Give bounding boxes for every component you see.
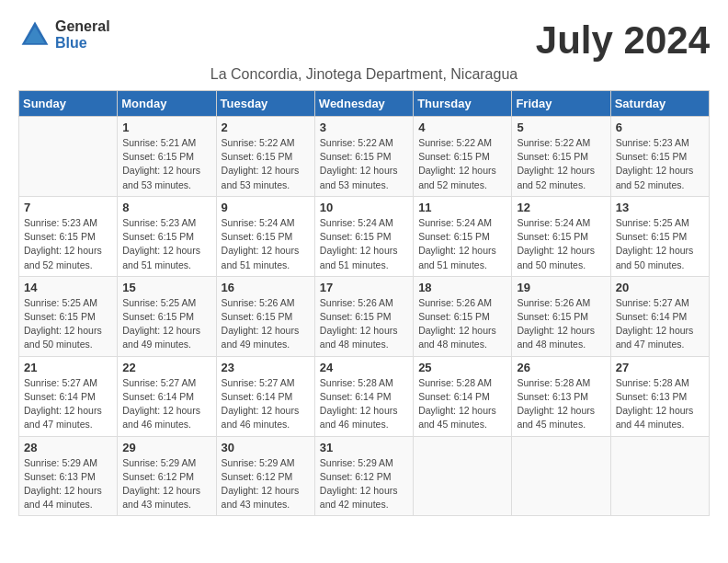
day-number: 21 <box>24 361 112 374</box>
day-number: 6 <box>616 121 704 134</box>
day-number: 18 <box>418 281 506 294</box>
calendar-cell: 9Sunrise: 5:24 AM Sunset: 6:15 PM Daylig… <box>216 196 314 276</box>
weekday-header-sunday: Sunday <box>19 91 118 117</box>
weekday-header-saturday: Saturday <box>610 91 709 117</box>
day-info: Sunrise: 5:22 AM Sunset: 6:15 PM Dayligh… <box>517 136 605 192</box>
weekday-header-friday: Friday <box>512 91 610 117</box>
day-info: Sunrise: 5:29 AM Sunset: 6:12 PM Dayligh… <box>122 456 210 512</box>
calendar-cell: 19Sunrise: 5:26 AM Sunset: 6:15 PM Dayli… <box>512 276 610 356</box>
calendar-cell <box>414 436 512 516</box>
calendar-cell: 1Sunrise: 5:21 AM Sunset: 6:15 PM Daylig… <box>118 117 216 197</box>
day-number: 23 <box>222 361 310 374</box>
calendar-cell: 13Sunrise: 5:25 AM Sunset: 6:15 PM Dayli… <box>610 196 709 276</box>
calendar-cell: 18Sunrise: 5:26 AM Sunset: 6:15 PM Dayli… <box>414 276 512 356</box>
day-number: 30 <box>222 441 310 454</box>
calendar-cell: 6Sunrise: 5:23 AM Sunset: 6:15 PM Daylig… <box>610 117 709 197</box>
month-year-title: July 2024 <box>536 18 710 63</box>
day-number: 26 <box>517 361 605 374</box>
day-number: 4 <box>418 121 506 134</box>
day-info: Sunrise: 5:24 AM Sunset: 6:15 PM Dayligh… <box>222 216 310 272</box>
day-info: Sunrise: 5:27 AM Sunset: 6:14 PM Dayligh… <box>24 376 112 432</box>
day-info: Sunrise: 5:26 AM Sunset: 6:15 PM Dayligh… <box>517 296 605 352</box>
calendar-week-row: 21Sunrise: 5:27 AM Sunset: 6:14 PM Dayli… <box>19 356 710 436</box>
calendar-cell: 22Sunrise: 5:27 AM Sunset: 6:14 PM Dayli… <box>118 356 216 436</box>
day-number: 28 <box>24 441 112 454</box>
calendar-cell <box>512 436 610 516</box>
day-number: 27 <box>616 361 704 374</box>
calendar-cell: 10Sunrise: 5:24 AM Sunset: 6:15 PM Dayli… <box>314 196 413 276</box>
day-info: Sunrise: 5:29 AM Sunset: 6:12 PM Dayligh… <box>222 456 310 512</box>
calendar-week-row: 14Sunrise: 5:25 AM Sunset: 6:15 PM Dayli… <box>19 276 710 356</box>
day-info: Sunrise: 5:27 AM Sunset: 6:14 PM Dayligh… <box>122 376 210 432</box>
calendar-cell: 4Sunrise: 5:22 AM Sunset: 6:15 PM Daylig… <box>414 117 512 197</box>
day-info: Sunrise: 5:24 AM Sunset: 6:15 PM Dayligh… <box>418 216 506 272</box>
logo-text-general: General <box>55 18 110 34</box>
weekday-header-monday: Monday <box>118 91 216 117</box>
day-info: Sunrise: 5:28 AM Sunset: 6:14 PM Dayligh… <box>320 376 408 432</box>
calendar-cell: 20Sunrise: 5:27 AM Sunset: 6:14 PM Dayli… <box>610 276 709 356</box>
day-number: 1 <box>122 121 210 134</box>
calendar-cell: 26Sunrise: 5:28 AM Sunset: 6:13 PM Dayli… <box>512 356 610 436</box>
day-info: Sunrise: 5:27 AM Sunset: 6:14 PM Dayligh… <box>222 376 310 432</box>
day-number: 25 <box>418 361 506 374</box>
day-info: Sunrise: 5:25 AM Sunset: 6:15 PM Dayligh… <box>24 296 112 352</box>
weekday-header-thursday: Thursday <box>414 91 512 117</box>
day-info: Sunrise: 5:23 AM Sunset: 6:15 PM Dayligh… <box>616 136 704 192</box>
calendar-cell: 24Sunrise: 5:28 AM Sunset: 6:14 PM Dayli… <box>314 356 413 436</box>
calendar-cell <box>19 117 118 197</box>
calendar-cell: 12Sunrise: 5:24 AM Sunset: 6:15 PM Dayli… <box>512 196 610 276</box>
day-number: 7 <box>24 201 112 214</box>
day-number: 31 <box>320 441 408 454</box>
weekday-header-wednesday: Wednesday <box>314 91 413 117</box>
day-info: Sunrise: 5:29 AM Sunset: 6:13 PM Dayligh… <box>24 456 112 512</box>
calendar-week-row: 7Sunrise: 5:23 AM Sunset: 6:15 PM Daylig… <box>19 196 710 276</box>
day-number: 14 <box>24 281 112 294</box>
weekday-header-tuesday: Tuesday <box>216 91 314 117</box>
calendar-cell: 5Sunrise: 5:22 AM Sunset: 6:15 PM Daylig… <box>512 117 610 197</box>
day-info: Sunrise: 5:28 AM Sunset: 6:13 PM Dayligh… <box>517 376 605 432</box>
day-number: 19 <box>517 281 605 294</box>
day-info: Sunrise: 5:26 AM Sunset: 6:15 PM Dayligh… <box>418 296 506 352</box>
day-info: Sunrise: 5:23 AM Sunset: 6:15 PM Dayligh… <box>24 216 112 272</box>
day-info: Sunrise: 5:25 AM Sunset: 6:15 PM Dayligh… <box>122 296 210 352</box>
calendar-cell: 11Sunrise: 5:24 AM Sunset: 6:15 PM Dayli… <box>414 196 512 276</box>
calendar-cell: 27Sunrise: 5:28 AM Sunset: 6:13 PM Dayli… <box>610 356 709 436</box>
day-info: Sunrise: 5:24 AM Sunset: 6:15 PM Dayligh… <box>517 216 605 272</box>
calendar-cell <box>610 436 709 516</box>
logo: General Blue <box>18 18 110 52</box>
day-info: Sunrise: 5:25 AM Sunset: 6:15 PM Dayligh… <box>616 216 704 272</box>
day-number: 10 <box>320 201 408 214</box>
logo-icon <box>18 18 51 52</box>
calendar-cell: 25Sunrise: 5:28 AM Sunset: 6:14 PM Dayli… <box>414 356 512 436</box>
day-number: 5 <box>517 121 605 134</box>
location-subtitle: La Concordia, Jinotega Department, Nicar… <box>18 66 710 83</box>
calendar-cell: 8Sunrise: 5:23 AM Sunset: 6:15 PM Daylig… <box>118 196 216 276</box>
page-header: General Blue July 2024 <box>18 18 710 63</box>
calendar-cell: 21Sunrise: 5:27 AM Sunset: 6:14 PM Dayli… <box>19 356 118 436</box>
day-number: 17 <box>320 281 408 294</box>
calendar-cell: 7Sunrise: 5:23 AM Sunset: 6:15 PM Daylig… <box>19 196 118 276</box>
day-info: Sunrise: 5:22 AM Sunset: 6:15 PM Dayligh… <box>320 136 408 192</box>
calendar-cell: 17Sunrise: 5:26 AM Sunset: 6:15 PM Dayli… <box>314 276 413 356</box>
calendar-cell: 29Sunrise: 5:29 AM Sunset: 6:12 PM Dayli… <box>118 436 216 516</box>
calendar-cell: 30Sunrise: 5:29 AM Sunset: 6:12 PM Dayli… <box>216 436 314 516</box>
day-number: 16 <box>222 281 310 294</box>
calendar-cell: 31Sunrise: 5:29 AM Sunset: 6:12 PM Dayli… <box>314 436 413 516</box>
day-number: 22 <box>122 361 210 374</box>
day-info: Sunrise: 5:22 AM Sunset: 6:15 PM Dayligh… <box>222 136 310 192</box>
day-info: Sunrise: 5:28 AM Sunset: 6:13 PM Dayligh… <box>616 376 704 432</box>
day-number: 13 <box>616 201 704 214</box>
calendar-cell: 23Sunrise: 5:27 AM Sunset: 6:14 PM Dayli… <box>216 356 314 436</box>
day-info: Sunrise: 5:26 AM Sunset: 6:15 PM Dayligh… <box>320 296 408 352</box>
calendar-week-row: 28Sunrise: 5:29 AM Sunset: 6:13 PM Dayli… <box>19 436 710 516</box>
day-number: 20 <box>616 281 704 294</box>
day-number: 3 <box>320 121 408 134</box>
day-number: 9 <box>222 201 310 214</box>
day-number: 24 <box>320 361 408 374</box>
calendar-cell: 28Sunrise: 5:29 AM Sunset: 6:13 PM Dayli… <box>19 436 118 516</box>
logo-text-blue: Blue <box>55 35 87 51</box>
day-number: 15 <box>122 281 210 294</box>
day-number: 12 <box>517 201 605 214</box>
day-info: Sunrise: 5:26 AM Sunset: 6:15 PM Dayligh… <box>222 296 310 352</box>
day-info: Sunrise: 5:29 AM Sunset: 6:12 PM Dayligh… <box>320 456 408 512</box>
